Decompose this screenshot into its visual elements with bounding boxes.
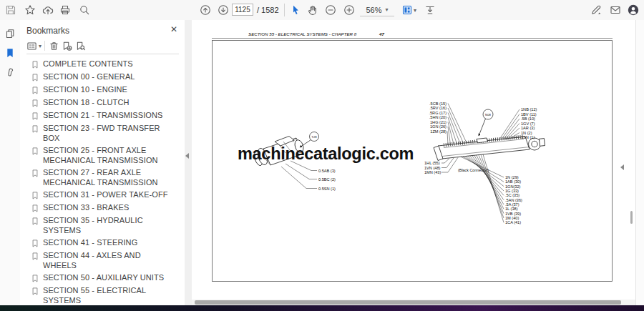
- wire-label: .5A (37): [505, 202, 519, 207]
- wire-label: 1M (40): [505, 216, 519, 220]
- bookmarks-panel-title: Bookmarks: [26, 26, 69, 36]
- bookmark-item-section-27[interactable]: SECTION 27 - REAR AXLE MECHANICAL TRANSM…: [20, 167, 185, 189]
- bookmark-options-icon[interactable]: [25, 39, 38, 52]
- wire-label: 1NB (12): [521, 107, 537, 112]
- bookmarks-panel-icon[interactable]: [3, 46, 17, 60]
- toolbar-separator: [284, 4, 285, 16]
- attachments-icon[interactable]: [3, 66, 17, 80]
- right-connector-right-labels: 1NB (12) 1BV (11) .5B (10) 1GV (7) 1AR (…: [499, 107, 537, 139]
- wire-label: .5HN (20): [429, 115, 447, 119]
- panel-resize-gutter[interactable]: [185, 20, 192, 305]
- fill-sign-icon[interactable]: [588, 2, 604, 18]
- wire-label: 1N (29): [505, 175, 519, 179]
- callout-label: N08: [485, 113, 491, 117]
- wire-label: .5C (35): [505, 193, 519, 197]
- wire-label: 1N (2): [521, 131, 532, 135]
- bookmark-item-section-18[interactable]: SECTION 18 - CLUTCH: [20, 97, 185, 109]
- wire-label: 1HG (21): [430, 120, 447, 124]
- page-total-label: / 1582: [257, 6, 279, 14]
- panel-toolbar-separator: [44, 41, 45, 51]
- account-avatar[interactable]: [625, 2, 641, 18]
- document-viewport[interactable]: SECTION 55 - ELECTRICAL SYSTEMS - CHAPTE…: [192, 20, 635, 300]
- chevron-down-icon: ▾: [386, 7, 389, 13]
- wire-label: 1ZM (28): [430, 129, 447, 134]
- bookmark-item-section-21[interactable]: SECTION 21 - TRANSMISSIONS: [20, 109, 185, 122]
- right-connector-bottom-right-labels: 1N (29) 1AB (30) 1GN(32) 1G (33) .5C (35…: [461, 154, 522, 224]
- search-icon[interactable]: [77, 2, 92, 18]
- zoom-level-value: 56%: [366, 6, 381, 14]
- page-thumbnails-icon[interactable]: [3, 26, 17, 41]
- bookmark-item-section-31[interactable]: SECTION 31 - POWER TAKE-OFF: [20, 189, 185, 202]
- left-connector-wire-labels: 0.5AB (3) 0.5BC (2) 0.5SN (1): [281, 161, 336, 191]
- bookmark-item-section-25[interactable]: SECTION 25 - FRONT AXLE MECHANICAL TRANS…: [20, 144, 185, 167]
- tools-pane-collapsed[interactable]: [635, 20, 644, 305]
- bookmark-item-section-23[interactable]: SECTION 23 - FWD TRANSFER BOX: [20, 122, 185, 144]
- taskbar-edge: [0, 305, 644, 311]
- bookmark-item-section-55[interactable]: SECTION 55 - ELECTRICAL SYSTEMS: [20, 285, 185, 305]
- wire-label: 1L (38): [505, 207, 518, 211]
- wire-label: 0.5SN (1): [318, 187, 336, 191]
- wire-label: 1SN (1): [521, 135, 535, 139]
- previous-page-icon[interactable]: [197, 2, 213, 18]
- bookmark-item-complete-contents[interactable]: COMPLETE CONTENTS: [20, 58, 185, 71]
- wire-label: 1VN (48): [424, 166, 441, 170]
- print-icon[interactable]: [57, 2, 73, 18]
- collapse-tools-pane-icon[interactable]: [620, 164, 624, 170]
- wire-label: 1AB (30): [505, 179, 521, 184]
- panel-divider: [26, 54, 179, 54]
- bookmarks-panel: Bookmarks ✕ ▾ COMPLETE CONTENTS SECTION …: [20, 20, 185, 305]
- wire-label: 1BV (11): [521, 112, 537, 117]
- bookmark-item-section-50[interactable]: SECTION 50 - AUXILIARY UNITS: [20, 272, 185, 285]
- zoom-level-select[interactable]: 56%▾: [360, 4, 394, 16]
- wire-label: 0.5AB (3): [318, 169, 336, 173]
- navigation-pane-strip: [0, 20, 21, 305]
- mail-icon[interactable]: [608, 2, 623, 18]
- wire-label: 1GN(32): [505, 184, 521, 189]
- vertical-scrollbar-thumb[interactable]: [630, 211, 633, 224]
- delete-bookmark-icon[interactable]: [47, 39, 60, 52]
- wire-label: 0.5BC (2): [318, 177, 336, 182]
- collapse-panel-icon[interactable]: [185, 153, 189, 159]
- wire-label: 1HL (55): [424, 161, 440, 165]
- bookmark-item-section-00[interactable]: SECTION 00 - GENERAL: [20, 71, 185, 84]
- doc-page-number: 47: [379, 31, 384, 36]
- doc-header: SECTION 55 - ELECTRICAL SYSTEMS - CHAPTE…: [248, 31, 357, 36]
- right-connector-drawing: [434, 137, 545, 161]
- page-display-icon[interactable]: [399, 2, 415, 18]
- zoom-in-icon[interactable]: [341, 2, 357, 18]
- find-bookmark-icon[interactable]: [74, 39, 87, 52]
- page-number-input[interactable]: [232, 4, 253, 16]
- add-bookmark-icon[interactable]: [60, 39, 73, 52]
- star-icon[interactable]: [22, 2, 38, 18]
- wire-label: .5RG (17): [429, 111, 447, 115]
- share-upload-icon[interactable]: [40, 2, 56, 18]
- watermark-text: machinecatalogic.com: [238, 144, 414, 163]
- hand-tool-icon[interactable]: [305, 2, 321, 18]
- wire-label: 1GV (7): [521, 122, 535, 126]
- wire-label: .5B (10): [521, 117, 535, 121]
- bookmark-item-section-44[interactable]: SECTION 44 - AXLES AND WHEELS: [20, 250, 185, 272]
- wire-label: .5AN (36): [505, 198, 522, 202]
- close-icon[interactable]: ✕: [170, 24, 177, 34]
- bookmark-item-section-35[interactable]: SECTION 35 - HYDRAULIC SYSTEMS: [20, 214, 185, 237]
- horizontal-scrollbar-thumb[interactable]: [195, 300, 621, 305]
- select-tool-icon[interactable]: [288, 2, 303, 18]
- top-toolbar: / 1582 56%▾ ▾: [0, 0, 644, 21]
- reading-mode-icon[interactable]: [422, 2, 438, 18]
- next-page-icon[interactable]: [215, 2, 231, 18]
- wire-label: .5CB (15): [429, 102, 447, 106]
- zoom-out-icon[interactable]: [323, 2, 338, 18]
- save-icon[interactable]: [3, 2, 19, 18]
- chevron-down-icon[interactable]: ▾: [39, 44, 42, 49]
- wire-label: 1AR (3): [521, 126, 535, 130]
- bookmarks-list: COMPLETE CONTENTS SECTION 00 - GENERAL S…: [20, 58, 185, 305]
- chevron-down-icon[interactable]: ▾: [414, 8, 416, 14]
- bookmark-item-section-33[interactable]: SECTION 33 - BRAKES: [20, 202, 185, 214]
- wire-label: 1MN (43): [424, 170, 441, 174]
- bookmark-item-section-41[interactable]: SECTION 41 - STEERING: [20, 237, 185, 250]
- bookmark-item-section-10[interactable]: SECTION 10 - ENGINE: [20, 84, 185, 97]
- wire-label: 1CA (41): [505, 220, 521, 224]
- connector-note: (Black Connector): [458, 168, 489, 172]
- right-connector-callout: N08: [479, 109, 493, 136]
- wire-label: 1GN (26): [430, 124, 447, 129]
